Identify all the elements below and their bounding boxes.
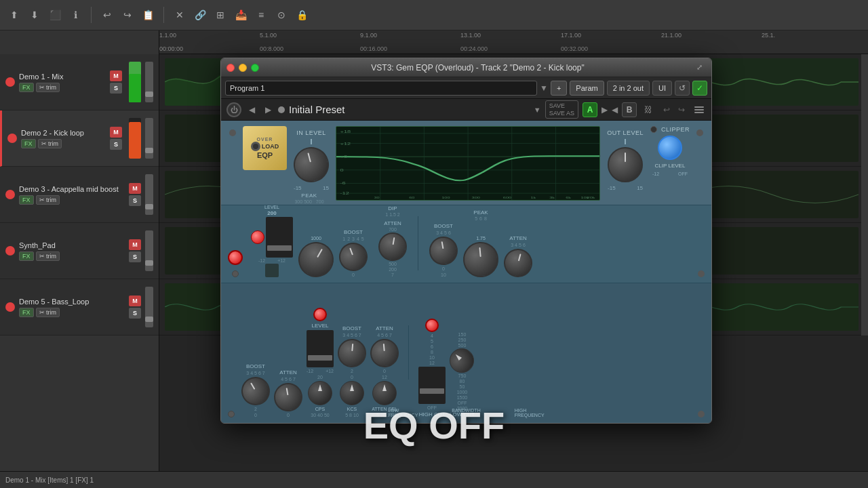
- in-level-knob[interactable]: [290, 143, 333, 186]
- track-solo-btn[interactable]: S: [129, 251, 141, 262]
- track-fader-handle[interactable]: [145, 204, 153, 209]
- status-text: Demo 1 - Mix [Items] 1 [FX] 1: [5, 476, 94, 484]
- timeline-mark: 25.1.: [762, 30, 775, 54]
- toolbar-icon-11[interactable]: 📥: [233, 7, 248, 22]
- track-solo-btn[interactable]: S: [129, 195, 141, 206]
- menu-icon[interactable]: [692, 103, 706, 117]
- track-fader-handle[interactable]: [145, 92, 153, 97]
- atten-sel-knob[interactable]: [372, 381, 397, 405]
- boost2-knob[interactable]: [427, 235, 460, 268]
- toolbar-icon-3[interactable]: ⬛: [47, 7, 62, 22]
- program-add-btn[interactable]: +: [551, 81, 567, 96]
- toolbar-icon-2[interactable]: ⬇: [27, 7, 42, 22]
- toolbar-icon-1[interactable]: ⬆: [7, 7, 22, 22]
- track-fx-btn[interactable]: FX: [21, 139, 36, 148]
- dip-atten-knob[interactable]: [376, 230, 410, 264]
- track-fader[interactable]: [145, 174, 153, 215]
- check-btn[interactable]: ✓: [692, 81, 707, 96]
- high-bypass-btn[interactable]: [425, 319, 439, 332]
- toolbar-icon-14[interactable]: 🔒: [294, 7, 309, 22]
- track-item[interactable]: Demo 1 - Mix FX ✂ trim M S: [0, 54, 159, 110]
- level-fader-handle[interactable]: [267, 245, 292, 251]
- nav-next-btn[interactable]: ▶: [262, 104, 274, 116]
- out-level-knob[interactable]: [608, 147, 643, 182]
- track-solo-btn[interactable]: S: [110, 83, 122, 94]
- track-mute-btn[interactable]: M: [129, 183, 141, 194]
- track-mute-btn[interactable]: M: [129, 239, 141, 250]
- preset-dropdown-arrow[interactable]: ▼: [534, 106, 541, 114]
- track-trim-btn[interactable]: ✂ trim: [36, 251, 60, 261]
- toolbar-icon-13[interactable]: ⊙: [274, 7, 289, 22]
- ab-b-btn[interactable]: B: [622, 102, 637, 117]
- power-btn[interactable]: ⏻: [226, 102, 241, 117]
- window-close-btn[interactable]: [226, 64, 235, 72]
- window-minimize-btn[interactable]: [239, 64, 247, 72]
- track-fader[interactable]: [145, 62, 153, 102]
- ui-btn[interactable]: UI: [652, 81, 672, 96]
- track-solo-btn[interactable]: S: [129, 308, 141, 319]
- ab-a-btn[interactable]: A: [583, 102, 597, 117]
- window-maximize-btn[interactable]: [251, 64, 259, 72]
- nav-prev-btn[interactable]: ◀: [245, 104, 258, 116]
- program-select[interactable]: Program 1: [225, 81, 537, 96]
- clip-ball[interactable]: [658, 136, 682, 160]
- dip-label: DIP: [388, 205, 397, 211]
- atten3-knob[interactable]: [369, 338, 400, 369]
- track-item[interactable]: Demo 5 - Bass_Loop FX ✂ trim M S: [0, 279, 159, 336]
- timeline[interactable]: 1.1.00 00:00:00 5.1.00 00:8.000 9.1.00 0…: [159, 30, 868, 54]
- clipper-led: [650, 126, 657, 133]
- track-item[interactable]: Demo 2 - Kick loop FX ✂ trim M S: [0, 110, 159, 167]
- track-fader[interactable]: [145, 118, 153, 159]
- toolbar-icon-7[interactable]: 📋: [140, 7, 155, 22]
- undo-btn[interactable]: ↩: [660, 103, 673, 117]
- toolbar-icon-5[interactable]: ↩: [100, 7, 115, 22]
- atten2-knob[interactable]: [500, 245, 535, 280]
- boost3-knob[interactable]: [336, 338, 368, 369]
- track-mute-btn[interactable]: M: [110, 127, 122, 138]
- toolbar-icon-4[interactable]: ℹ: [68, 7, 83, 22]
- in-level-range: -15 15: [294, 185, 329, 191]
- boost1-knob[interactable]: [335, 239, 372, 275]
- track-fx-btn[interactable]: FX: [19, 308, 34, 317]
- redo-btn[interactable]: ↪: [675, 103, 688, 117]
- toolbar-icon-6[interactable]: ↪: [120, 7, 135, 22]
- low-cut-freq-knob[interactable]: [445, 344, 479, 378]
- track-trim-btn[interactable]: ✂ trim: [36, 308, 60, 317]
- track-fader-handle[interactable]: [145, 148, 153, 153]
- peak2-freq-knob[interactable]: [462, 241, 500, 279]
- track-trim-btn[interactable]: ✂ trim: [36, 195, 60, 205]
- track-fx-btn[interactable]: FX: [19, 195, 34, 205]
- toolbar-icon-10[interactable]: ⊞: [213, 7, 228, 22]
- low-level-handle[interactable]: [308, 355, 332, 361]
- peak1-bypass[interactable]: [251, 230, 264, 244]
- track-fx-btn[interactable]: FX: [19, 251, 34, 261]
- track-fader-handle[interactable]: [145, 260, 153, 266]
- level-selector[interactable]: [265, 264, 279, 277]
- timeline-sublabel: 00:16.000: [360, 45, 387, 52]
- track-item[interactable]: Synth_Pad FX ✂ trim M S: [0, 223, 159, 279]
- cps-knob[interactable]: [308, 381, 332, 405]
- save-btn[interactable]: SAVE SAVE AS: [545, 100, 578, 119]
- vst-expand-btn[interactable]: ⤢: [696, 63, 706, 73]
- track-fader[interactable]: [145, 287, 153, 327]
- kcs-knob[interactable]: [340, 381, 364, 405]
- param-btn[interactable]: Param: [570, 81, 604, 96]
- track-item[interactable]: Demo 3 - Acappella mid boost FX ✂ trim M…: [0, 167, 159, 223]
- track-trim-btn[interactable]: ✂ trim: [36, 83, 60, 92]
- track-fx-btn[interactable]: FX: [19, 83, 34, 92]
- toolbar-icon-9[interactable]: 🔗: [193, 7, 208, 22]
- toolbar-icon-12[interactable]: ≡: [254, 7, 269, 22]
- track-mute-btn[interactable]: M: [110, 70, 122, 81]
- sync-btn[interactable]: ↺: [675, 81, 690, 96]
- toolbar-icon-8[interactable]: ✕: [172, 7, 187, 22]
- track-solo-btn[interactable]: S: [110, 139, 122, 150]
- track-fader-handle[interactable]: [145, 317, 153, 322]
- link-icon[interactable]: ⛓: [641, 102, 656, 117]
- track-fader[interactable]: [145, 230, 153, 271]
- low-bypass-btn[interactable]: [313, 308, 327, 321]
- track-mute-btn[interactable]: M: [129, 296, 141, 306]
- mid-bypass-btn[interactable]: [228, 250, 243, 265]
- peak1-freq-knob[interactable]: [292, 235, 340, 283]
- high-shelf-handle[interactable]: [420, 388, 444, 394]
- track-trim-btn[interactable]: ✂ trim: [38, 139, 62, 148]
